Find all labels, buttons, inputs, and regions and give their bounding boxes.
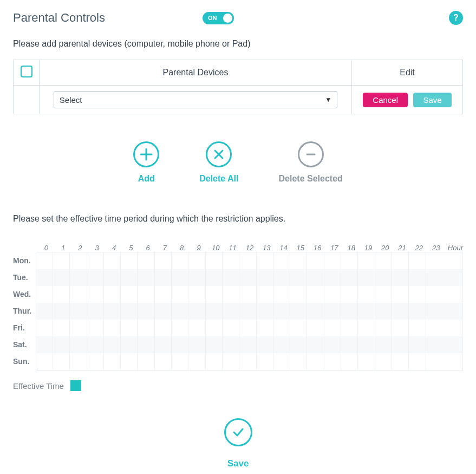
schedule-cell[interactable] [104, 269, 121, 286]
schedule-cell[interactable] [223, 353, 239, 370]
schedule-cell[interactable] [257, 336, 273, 353]
schedule-cell[interactable] [188, 320, 205, 336]
schedule-cell[interactable] [358, 286, 375, 303]
schedule-cell[interactable] [409, 303, 426, 320]
schedule-cell[interactable] [172, 252, 188, 269]
schedule-cell[interactable] [358, 336, 375, 353]
schedule-cell[interactable] [87, 320, 104, 336]
schedule-cell[interactable] [155, 303, 172, 320]
schedule-cell[interactable] [53, 252, 70, 269]
add-button[interactable]: Add [133, 141, 159, 184]
schedule-cell[interactable] [324, 303, 341, 320]
schedule-cell[interactable] [36, 252, 53, 269]
schedule-cell[interactable] [341, 353, 358, 370]
schedule-cell[interactable] [70, 336, 87, 353]
schedule-cell[interactable] [239, 303, 256, 320]
schedule-cell[interactable] [87, 269, 104, 286]
schedule-cell[interactable] [409, 286, 426, 303]
schedule-cell[interactable] [172, 286, 188, 303]
schedule-cell[interactable] [341, 269, 358, 286]
schedule-cell[interactable] [188, 303, 205, 320]
schedule-cell[interactable] [121, 286, 138, 303]
schedule-cell[interactable] [239, 336, 256, 353]
schedule-cell[interactable] [53, 286, 70, 303]
schedule-cell[interactable] [104, 303, 121, 320]
schedule-cell[interactable] [188, 336, 205, 353]
schedule-cell[interactable] [121, 252, 138, 269]
schedule-cell[interactable] [155, 269, 172, 286]
schedule-cell[interactable] [87, 252, 104, 269]
schedule-cell[interactable] [273, 353, 290, 370]
schedule-cell[interactable] [36, 336, 53, 353]
schedule-cell[interactable] [290, 286, 307, 303]
schedule-cell[interactable] [392, 320, 409, 336]
schedule-cell[interactable] [70, 303, 87, 320]
schedule-cell[interactable] [223, 320, 239, 336]
schedule-cell[interactable] [324, 286, 341, 303]
row-save-button[interactable]: Save [413, 93, 451, 107]
schedule-cell[interactable] [172, 336, 188, 353]
schedule-cell[interactable] [206, 303, 223, 320]
schedule-cell[interactable] [239, 353, 256, 370]
device-select[interactable]: Select ▼ [54, 91, 337, 108]
schedule-cell[interactable] [87, 336, 104, 353]
schedule-cell[interactable] [392, 252, 409, 269]
schedule-cell[interactable] [290, 252, 307, 269]
schedule-cell[interactable] [426, 269, 443, 286]
schedule-cell[interactable] [155, 320, 172, 336]
schedule-cell[interactable] [257, 320, 273, 336]
schedule-cell[interactable] [206, 336, 223, 353]
schedule-cell[interactable] [426, 336, 443, 353]
schedule-cell[interactable] [273, 303, 290, 320]
schedule-cell[interactable] [290, 303, 307, 320]
schedule-cell[interactable] [70, 252, 87, 269]
schedule-cell[interactable] [53, 269, 70, 286]
schedule-cell[interactable] [239, 269, 256, 286]
schedule-cell[interactable] [257, 269, 273, 286]
schedule-cell[interactable] [172, 320, 188, 336]
schedule-cell[interactable] [138, 353, 154, 370]
schedule-cell[interactable] [53, 303, 70, 320]
schedule-cell[interactable] [36, 320, 53, 336]
schedule-cell[interactable] [290, 320, 307, 336]
schedule-cell[interactable] [206, 353, 223, 370]
schedule-cell[interactable] [223, 269, 239, 286]
schedule-cell[interactable] [375, 303, 392, 320]
schedule-cell[interactable] [307, 320, 324, 336]
schedule-cell[interactable] [188, 353, 205, 370]
schedule-cell[interactable] [138, 303, 154, 320]
schedule-cell[interactable] [104, 336, 121, 353]
schedule-cell[interactable] [36, 303, 53, 320]
schedule-cell[interactable] [239, 286, 256, 303]
schedule-cell[interactable] [392, 286, 409, 303]
schedule-cell[interactable] [392, 269, 409, 286]
schedule-cell[interactable] [70, 269, 87, 286]
schedule-cell[interactable] [155, 252, 172, 269]
schedule-cell[interactable] [341, 252, 358, 269]
schedule-cell[interactable] [104, 252, 121, 269]
schedule-cell[interactable] [53, 336, 70, 353]
schedule-cell[interactable] [375, 269, 392, 286]
schedule-cell[interactable] [206, 286, 223, 303]
schedule-cell[interactable] [36, 286, 53, 303]
schedule-cell[interactable] [121, 303, 138, 320]
schedule-cell[interactable] [341, 320, 358, 336]
schedule-cell[interactable] [206, 320, 223, 336]
schedule-cell[interactable] [239, 252, 256, 269]
schedule-cell[interactable] [324, 336, 341, 353]
schedule-cell[interactable] [358, 303, 375, 320]
schedule-cell[interactable] [273, 269, 290, 286]
help-icon[interactable]: ? [449, 11, 463, 25]
schedule-cell[interactable] [121, 353, 138, 370]
schedule-cell[interactable] [155, 336, 172, 353]
schedule-cell[interactable] [290, 336, 307, 353]
select-all-checkbox[interactable] [21, 66, 32, 77]
schedule-cell[interactable] [239, 320, 256, 336]
schedule-cell[interactable] [409, 353, 426, 370]
schedule-cell[interactable] [172, 353, 188, 370]
schedule-cell[interactable] [358, 252, 375, 269]
schedule-cell[interactable] [392, 336, 409, 353]
schedule-cell[interactable] [70, 320, 87, 336]
schedule-cell[interactable] [172, 303, 188, 320]
schedule-cell[interactable] [104, 286, 121, 303]
